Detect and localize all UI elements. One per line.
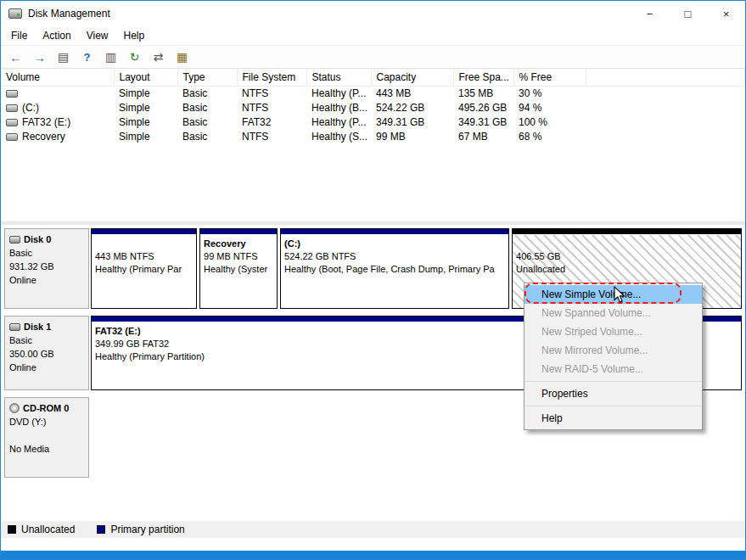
cell-free-space: 349.31 GB xyxy=(453,115,513,129)
cd-drive-letter: DVD (Y:) xyxy=(9,415,84,428)
app-disk-icon xyxy=(8,8,22,19)
cell-status: Healthy (P... xyxy=(306,86,371,100)
window-title: Disk Management xyxy=(28,8,110,20)
cell-layout: Simple xyxy=(114,86,177,100)
cd-rom-0-panel[interactable]: CD-ROM 0 DVD (Y:) No Media xyxy=(4,397,89,478)
cell-status: Healthy (B... xyxy=(306,100,371,115)
cell-status: Healthy (S... xyxy=(306,129,371,143)
volume-table-header: Volume Layout Type File System Status Ca… xyxy=(1,69,745,86)
column-header-free-space[interactable]: Free Spa... xyxy=(453,69,513,86)
cell-volume xyxy=(1,86,114,100)
cell-free-space: 495.26 GB xyxy=(453,100,513,115)
primary-partition-swatch xyxy=(97,525,105,534)
maximize-button[interactable]: □ xyxy=(669,1,707,26)
cell-capacity: 443 MB xyxy=(371,86,453,100)
cell-type: Basic xyxy=(177,100,237,115)
cd-rom-icon xyxy=(9,403,20,413)
rescan-disks-icon[interactable]: ⇄ xyxy=(149,48,167,66)
cell-free-space: 135 MB xyxy=(453,86,513,100)
volume-table: Volume Layout Type File System Status Ca… xyxy=(1,69,745,143)
cell-type: Basic xyxy=(177,129,237,143)
cell-type: Basic xyxy=(177,86,237,100)
volume-drive-icon xyxy=(6,133,18,141)
disk-type: Basic xyxy=(9,333,84,347)
column-header-status[interactable]: Status xyxy=(306,69,371,86)
cd-media-status: No Media xyxy=(9,442,84,456)
menu-item-new-spanned-volume: New Spanned Volume... xyxy=(524,304,702,322)
cell-file-system: FAT32 xyxy=(237,115,306,129)
volume-row[interactable]: FAT32 (E:) Simple Basic FAT32 Healthy (P… xyxy=(1,115,745,129)
column-header-type[interactable]: Type xyxy=(177,69,237,86)
bottom-spacer xyxy=(1,538,745,551)
cell-status: Healthy (P... xyxy=(306,115,371,129)
volume-row[interactable]: Simple Basic NTFS Healthy (P... 443 MB 1… xyxy=(1,86,745,100)
cell-pct-free: 100 % xyxy=(513,115,586,129)
menu-item-properties[interactable]: Properties xyxy=(524,384,702,403)
export-list-icon[interactable]: ▦ xyxy=(173,48,191,66)
help-icon[interactable]: ? xyxy=(78,48,96,66)
column-header-pct-free[interactable]: % Free xyxy=(513,69,586,86)
volume-list-pane: Volume Layout Type File System Status Ca… xyxy=(1,69,745,221)
show-action-pane-icon[interactable]: ▥ xyxy=(102,48,120,66)
menu-item-help[interactable]: Help xyxy=(524,409,702,428)
forward-icon[interactable]: → xyxy=(31,48,48,66)
volume-row[interactable]: Recovery Simple Basic NTFS Healthy (S...… xyxy=(1,129,745,143)
disk-icon xyxy=(9,236,20,244)
minimize-button[interactable]: − xyxy=(631,1,669,26)
cell-file-system: NTFS xyxy=(237,100,306,115)
disk-size: 350.00 GB xyxy=(9,347,84,361)
cell-capacity: 349.31 GB xyxy=(371,115,453,129)
partition-recovery[interactable]: Recovery 99 MB NTFS Healthy (Syster xyxy=(199,228,278,309)
close-button[interactable]: × xyxy=(707,1,745,26)
cell-capacity: 99 MB xyxy=(371,129,453,143)
menu-bar: File Action View Help xyxy=(1,26,745,45)
volume-drive-icon xyxy=(6,104,18,112)
menu-item-new-raid5-volume: New RAID-5 Volume... xyxy=(524,360,702,378)
disk-status: Online xyxy=(9,361,84,374)
disk-1-panel[interactable]: Disk 1 Basic 350.00 GB Online xyxy=(4,316,89,390)
column-header-file-system[interactable]: File System xyxy=(237,69,306,86)
disk-icon xyxy=(9,323,20,331)
cell-capacity: 524.22 GB xyxy=(371,100,453,115)
legend-unallocated: Unallocated xyxy=(8,524,75,535)
toolbar: ← → ▤ ? ▥ ↻ ⇄ ▦ xyxy=(1,45,745,69)
menu-view[interactable]: View xyxy=(79,28,116,43)
menu-action[interactable]: Action xyxy=(35,28,78,43)
volume-row[interactable]: (C:) Simple Basic NTFS Healthy (B... 524… xyxy=(1,100,745,115)
column-header-empty xyxy=(586,69,745,86)
cell-volume: Recovery xyxy=(1,129,114,143)
unallocated-swatch xyxy=(8,525,16,534)
cell-layout: Simple xyxy=(114,129,177,143)
menu-file[interactable]: File xyxy=(3,28,35,43)
menu-help[interactable]: Help xyxy=(116,28,153,43)
legend-primary-partition: Primary partition xyxy=(97,524,184,535)
menu-item-new-simple-volume[interactable]: New Simple Volume... xyxy=(524,285,702,304)
menu-item-new-mirrored-volume: New Mirrored Volume... xyxy=(524,341,702,360)
disk-status: Online xyxy=(9,273,84,287)
volume-drive-icon xyxy=(6,119,18,126)
partition-c-drive[interactable]: (C:) 524.22 GB NTFS Healthy (Boot, Page … xyxy=(280,228,509,309)
partition-color-bar xyxy=(513,229,741,235)
cell-pct-free: 68 % xyxy=(513,129,586,143)
cell-pct-free: 94 % xyxy=(513,100,586,115)
partition-443mb[interactable]: 443 MB NTFS Healthy (Primary Par xyxy=(91,228,197,309)
cell-free-space: 67 MB xyxy=(453,129,513,143)
cell-file-system: NTFS xyxy=(237,129,306,143)
cell-volume: (C:) xyxy=(1,100,114,115)
disk-type: Basic xyxy=(9,246,84,260)
column-header-capacity[interactable]: Capacity xyxy=(371,69,453,86)
partition-color-bar xyxy=(92,229,196,235)
disk-0-panel[interactable]: Disk 0 Basic 931.32 GB Online xyxy=(4,228,89,309)
partition-color-bar xyxy=(281,229,508,235)
partition-color-bar xyxy=(200,229,277,235)
show-console-tree-icon[interactable]: ▤ xyxy=(54,48,72,66)
cell-pct-free: 30 % xyxy=(513,86,586,100)
refresh-icon[interactable]: ↻ xyxy=(126,48,143,66)
disk-management-window: Disk Management − □ × File Action View H… xyxy=(0,0,746,560)
menu-separator xyxy=(525,381,701,382)
column-header-layout[interactable]: Layout xyxy=(114,69,177,86)
back-icon[interactable]: ← xyxy=(7,48,25,66)
column-header-volume[interactable]: Volume xyxy=(1,69,114,86)
window-bottom-border xyxy=(1,551,745,559)
cell-layout: Simple xyxy=(114,100,177,115)
